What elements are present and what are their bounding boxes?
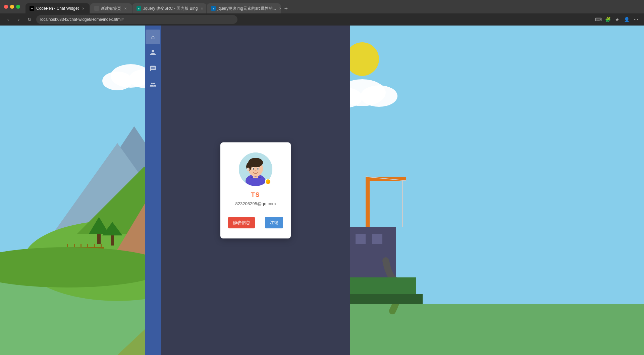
favorites-button[interactable]: ★: [613, 15, 621, 24]
svg-point-50: [247, 168, 249, 170]
svg-rect-15: [66, 247, 104, 249]
minimize-window-button[interactable]: [10, 5, 14, 9]
svg-point-36: [345, 42, 379, 76]
svg-point-47: [257, 168, 259, 170]
address-field[interactable]: localhost:63342/chat-widget/Home/index.h…: [36, 15, 237, 24]
avatar-container: [239, 152, 272, 186]
refresh-button[interactable]: ↻: [25, 15, 34, 24]
tab-jquery[interactable]: J jquery更改img元素的src属性的... ✕: [207, 3, 281, 13]
chat-icon: [150, 65, 156, 74]
svg-rect-29: [349, 294, 423, 304]
tab-favicon-jquery: J: [211, 6, 216, 11]
tab-favicon-codepen: ✦: [30, 6, 34, 11]
back-button[interactable]: ‹: [4, 15, 12, 24]
group-icon: [150, 81, 156, 90]
edit-profile-button[interactable]: 修改信息: [228, 217, 255, 228]
svg-rect-10: [74, 244, 75, 254]
browser-titlebar: ✦ CodePen - Chat Widget ✕ 新建标签页 ✕ B Jque…: [0, 0, 644, 13]
tab-label-bing: Jquery 改变SRC - 国内版 Bing: [143, 6, 198, 11]
svg-rect-14: [101, 244, 102, 254]
svg-rect-25: [349, 227, 396, 277]
sidebar-item-user[interactable]: [146, 46, 160, 60]
tab-label-codepen: CodePen - Chat Widget: [36, 6, 79, 11]
tab-close-newtab[interactable]: ✕: [123, 6, 128, 11]
svg-rect-7: [111, 234, 114, 246]
avatar-badge: [265, 179, 271, 185]
profile-name: TS: [251, 191, 260, 198]
svg-rect-37: [349, 304, 644, 355]
tab-favicon-bing: B: [137, 6, 141, 11]
svg-line-23: [366, 177, 406, 181]
svg-rect-27: [372, 234, 382, 244]
tab-label-jquery: jquery更改img元素的src属性的...: [218, 6, 276, 11]
tab-codepen[interactable]: ✦ CodePen - Chat Widget ✕: [25, 3, 90, 13]
browser-addressbar: ‹ › ↻ localhost:63342/chat-widget/Home/i…: [0, 13, 644, 26]
card-buttons: 修改信息 注销: [227, 217, 284, 228]
svg-rect-21: [366, 177, 370, 277]
browser-tabs: ✦ CodePen - Chat Widget ✕ 新建标签页 ✕ B Jque…: [25, 0, 640, 13]
profile-card: TS 823206295@qq.com 修改信息 注销: [220, 142, 291, 238]
svg-rect-16: [66, 251, 104, 253]
svg-rect-28: [349, 277, 416, 294]
sidebar-item-group[interactable]: [146, 78, 160, 93]
logout-button[interactable]: 注销: [265, 217, 283, 228]
svg-rect-26: [356, 234, 366, 244]
new-tab-button[interactable]: +: [281, 4, 291, 13]
tab-newtab[interactable]: 新建标签页 ✕: [90, 3, 132, 13]
profile-email: 823206295@qq.com: [235, 201, 276, 206]
svg-marker-6: [89, 217, 109, 234]
translate-button[interactable]: ⌨: [594, 15, 602, 24]
browser-actions: ⌨ 🧩 ★ 👤 ⋯: [594, 15, 640, 24]
svg-point-31: [102, 72, 132, 90]
more-button[interactable]: ⋯: [632, 15, 640, 24]
extensions-button[interactable]: 🧩: [604, 15, 612, 24]
svg-point-48: [255, 170, 257, 171]
svg-rect-12: [87, 244, 88, 254]
profile-button[interactable]: 👤: [623, 15, 631, 24]
svg-rect-9: [67, 244, 68, 254]
app-container: ⌂: [145, 26, 350, 355]
forward-button[interactable]: ›: [15, 15, 23, 24]
svg-point-46: [253, 168, 254, 170]
svg-rect-22: [366, 177, 406, 181]
svg-rect-5: [97, 230, 101, 244]
tab-close-bing[interactable]: ✕: [200, 6, 204, 11]
main-content: TS 823206295@qq.com 修改信息 注销: [161, 26, 350, 355]
svg-point-35: [361, 85, 397, 107]
maximize-window-button[interactable]: [16, 5, 20, 9]
tab-bing[interactable]: B Jquery 改变SRC - 国内版 Bing ✕: [132, 3, 206, 13]
home-icon: ⌂: [151, 34, 155, 41]
svg-rect-19: [0, 267, 146, 355]
svg-point-20: [0, 247, 168, 287]
sidebar: ⌂: [145, 26, 161, 355]
tab-close-jquery[interactable]: ✕: [278, 6, 281, 11]
tab-favicon-newtab: [94, 6, 99, 11]
browser-chrome: ✦ CodePen - Chat Widget ✕ 新建标签页 ✕ B Jque…: [0, 0, 644, 26]
tab-label-newtab: 新建标签页: [101, 6, 121, 11]
svg-marker-8: [102, 222, 122, 235]
address-text: localhost:63342/chat-widget/Home/index.h…: [40, 17, 124, 22]
close-window-button[interactable]: [4, 5, 8, 9]
user-icon: [150, 49, 156, 57]
sidebar-item-chat[interactable]: [146, 62, 160, 77]
tab-close-codepen[interactable]: ✕: [81, 6, 86, 11]
svg-rect-11: [80, 244, 82, 254]
svg-rect-13: [94, 244, 95, 254]
sidebar-item-home[interactable]: ⌂: [146, 30, 160, 44]
traffic-lights: [4, 5, 20, 9]
